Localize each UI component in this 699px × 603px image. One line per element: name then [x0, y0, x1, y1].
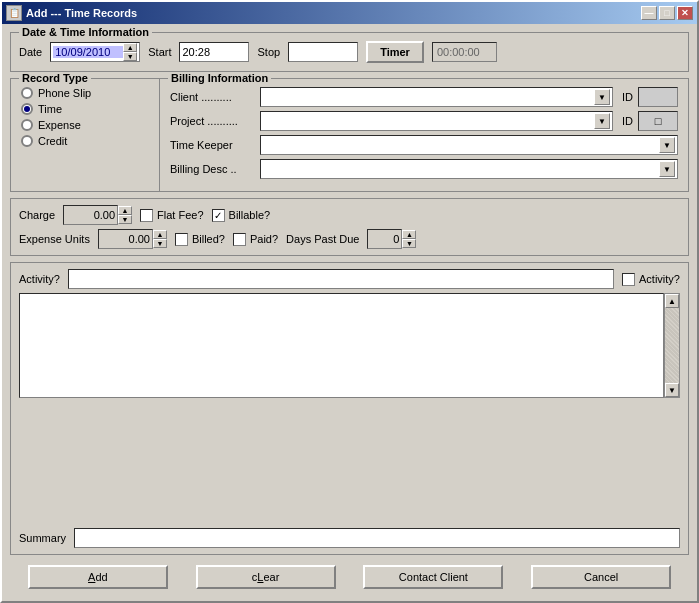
stop-field-label: Stop: [257, 46, 280, 58]
expense-units-label: Expense Units: [19, 233, 90, 245]
start-value: 20:28: [182, 46, 210, 58]
billing-info-group: Billing Information Client .......... ▼ …: [160, 78, 689, 192]
add-button[interactable]: Add: [28, 565, 168, 589]
project-dropdown-arrow[interactable]: ▼: [594, 113, 610, 129]
radio-expense-label: Expense: [38, 119, 81, 131]
activity-checkbox-wrapper[interactable]: Activity?: [622, 273, 680, 286]
title-bar-buttons: — □ ✕: [641, 6, 693, 20]
date-spinner[interactable]: ▲ ▼: [123, 43, 137, 61]
middle-section: Record Type Phone Slip Time Expense Cred…: [10, 78, 689, 192]
stop-input[interactable]: [288, 42, 358, 62]
expense-units-spin-up[interactable]: ▲: [153, 230, 167, 239]
days-past-due-spin-down[interactable]: ▼: [402, 239, 416, 248]
radio-expense[interactable]: Expense: [21, 119, 149, 131]
date-value: 10/09/2010: [53, 46, 123, 58]
title-bar: 📋 Add --- Time Records — □ ✕: [2, 2, 697, 24]
date-input-wrapper[interactable]: 10/09/2010 ▲ ▼: [50, 42, 140, 62]
start-input[interactable]: 20:28: [179, 42, 249, 62]
billed-wrapper[interactable]: Billed?: [175, 233, 225, 246]
billing-info-label: Billing Information: [168, 72, 271, 84]
radio-phone-slip[interactable]: Phone Slip: [21, 87, 149, 99]
days-past-due-spinner[interactable]: ▲ ▼: [402, 230, 416, 248]
start-field-label: Start: [148, 46, 171, 58]
project-row: Project .......... ▼ ID □: [170, 111, 678, 131]
billing-desc-label: Billing Desc ..: [170, 163, 255, 175]
paid-wrapper[interactable]: Paid?: [233, 233, 278, 246]
timekeeper-label: Time Keeper: [170, 139, 255, 151]
expense-units-spinner[interactable]: ▲ ▼: [153, 230, 167, 248]
add-button-label: Add: [88, 571, 108, 583]
charge-row-1: Charge ▲ ▼ Flat Fee? ✓ Billable?: [19, 205, 680, 225]
date-time-group: Date & Time Information Date 10/09/2010 …: [10, 32, 689, 72]
close-button[interactable]: ✕: [677, 6, 693, 20]
flat-fee-checkbox[interactable]: [140, 209, 153, 222]
activity-section: Activity? Activity? ▲ ▼ Summary: [10, 262, 689, 555]
charge-spin-down[interactable]: ▼: [118, 215, 132, 224]
minimize-button[interactable]: —: [641, 6, 657, 20]
paid-checkbox[interactable]: [233, 233, 246, 246]
billing-desc-row: Billing Desc .. ▼: [170, 159, 678, 179]
date-spin-up[interactable]: ▲: [123, 43, 137, 52]
radio-credit[interactable]: Credit: [21, 135, 149, 147]
clear-button-label: cLear: [252, 571, 280, 583]
radio-credit-circle[interactable]: [21, 135, 33, 147]
timekeeper-dropdown[interactable]: ▼: [260, 135, 678, 155]
scroll-down-button[interactable]: ▼: [665, 383, 679, 397]
flat-fee-wrapper[interactable]: Flat Fee?: [140, 209, 203, 222]
billing-desc-dropdown-arrow[interactable]: ▼: [659, 161, 675, 177]
billable-wrapper[interactable]: ✓ Billable?: [212, 209, 271, 222]
memo-area[interactable]: [19, 293, 664, 398]
days-past-due-spin-up[interactable]: ▲: [402, 230, 416, 239]
charge-spin-up[interactable]: ▲: [118, 206, 132, 215]
date-time-label: Date & Time Information: [19, 26, 152, 38]
radio-time-circle[interactable]: [21, 103, 33, 115]
radio-time[interactable]: Time: [21, 103, 149, 115]
contact-client-button[interactable]: Contact Client: [363, 565, 503, 589]
billed-checkbox[interactable]: [175, 233, 188, 246]
timekeeper-row: Time Keeper ▼: [170, 135, 678, 155]
project-label: Project ..........: [170, 115, 255, 127]
radio-credit-label: Credit: [38, 135, 67, 147]
client-label: Client ..........: [170, 91, 255, 103]
cancel-button[interactable]: Cancel: [531, 565, 671, 589]
billable-checkbox[interactable]: ✓: [212, 209, 225, 222]
radio-phone-slip-circle[interactable]: [21, 87, 33, 99]
charge-input[interactable]: [63, 205, 118, 225]
project-id-label: ID: [622, 115, 633, 127]
days-past-due-wrapper: ▲ ▼: [367, 229, 416, 249]
client-dropdown[interactable]: ▼: [260, 87, 613, 107]
radio-expense-circle[interactable]: [21, 119, 33, 131]
activity-checkbox[interactable]: [622, 273, 635, 286]
client-dropdown-arrow[interactable]: ▼: [594, 89, 610, 105]
activity-row: Activity? Activity?: [19, 269, 680, 289]
date-time-section: Date 10/09/2010 ▲ ▼ Start 20:28 Stop Tim…: [19, 41, 680, 63]
cancel-button-label: Cancel: [584, 571, 618, 583]
window-title: Add --- Time Records: [26, 7, 641, 19]
project-dropdown[interactable]: ▼: [260, 111, 613, 131]
charge-row-2: Expense Units ▲ ▼ Billed? Paid? Days Pa: [19, 229, 680, 249]
timer-button[interactable]: Timer: [366, 41, 424, 63]
window-content: Date & Time Information Date 10/09/2010 …: [2, 24, 697, 601]
radio-phone-slip-label: Phone Slip: [38, 87, 91, 99]
expense-units-input[interactable]: [98, 229, 153, 249]
scroll-up-button[interactable]: ▲: [665, 294, 679, 308]
activity-checkbox-label: Activity?: [639, 273, 680, 285]
scroll-track[interactable]: [665, 308, 679, 383]
charge-label: Charge: [19, 209, 55, 221]
radio-time-label: Time: [38, 103, 62, 115]
charge-spinner[interactable]: ▲ ▼: [118, 206, 132, 224]
date-spin-down[interactable]: ▼: [123, 52, 137, 61]
clear-button[interactable]: cLear: [196, 565, 336, 589]
contact-client-label: Contact Client: [399, 571, 468, 583]
days-past-due-input[interactable]: [367, 229, 402, 249]
billing-desc-dropdown[interactable]: ▼: [260, 159, 678, 179]
summary-input[interactable]: [74, 528, 680, 548]
activity-input[interactable]: [68, 269, 614, 289]
timekeeper-dropdown-arrow[interactable]: ▼: [659, 137, 675, 153]
memo-scrollbar: ▲ ▼: [664, 293, 680, 398]
expense-units-spin-down[interactable]: ▼: [153, 239, 167, 248]
maximize-button[interactable]: □: [659, 6, 675, 20]
window-icon: 📋: [6, 5, 22, 21]
button-bar: Add cLear Contact Client Cancel: [10, 561, 689, 593]
record-type-label: Record Type: [19, 72, 91, 84]
